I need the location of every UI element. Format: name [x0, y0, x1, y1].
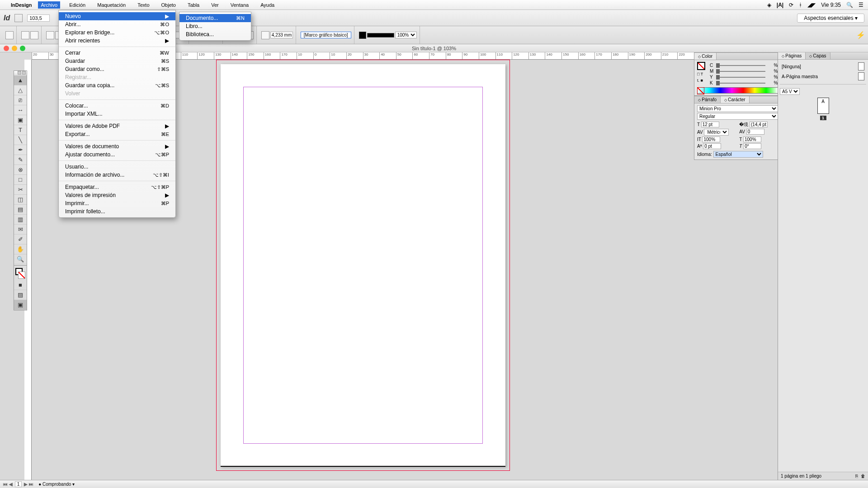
line-tool[interactable]: ╲ — [14, 135, 27, 145]
stroke-style-bar[interactable] — [367, 33, 394, 38]
leading-input[interactable] — [750, 122, 768, 127]
ref-point-icon[interactable] — [5, 31, 14, 39]
hscale-input[interactable] — [743, 136, 761, 142]
page[interactable] — [221, 64, 505, 466]
direct-selection-tool[interactable]: △ — [14, 85, 27, 95]
apply-color-button[interactable]: ■ — [14, 280, 27, 290]
corner-size-input[interactable] — [270, 32, 293, 38]
corner-icon[interactable] — [261, 31, 269, 39]
hand-tool[interactable]: ✋ — [14, 244, 27, 254]
menu-ayuda[interactable]: Ayuda — [258, 1, 277, 9]
menu-texto[interactable]: Texto — [135, 1, 152, 9]
free-transform-tool[interactable]: ◫ — [14, 195, 27, 205]
page-size-select[interactable]: A5 V — [780, 88, 800, 95]
menu-icon[interactable]: ☰ — [859, 2, 863, 8]
pct-select[interactable]: 100% — [395, 32, 417, 38]
file-menu-item[interactable]: Guardar una copia...⌥⌘S — [59, 81, 175, 89]
bridge-icon[interactable] — [14, 14, 23, 22]
font-size-input[interactable] — [701, 122, 719, 127]
screen-mode-button[interactable]: ▣ — [14, 300, 27, 310]
kerning-select[interactable]: Métrico — [704, 129, 729, 136]
pen-tool[interactable]: ✒ — [14, 145, 27, 155]
master-none[interactable]: [Ninguna] — [780, 61, 866, 71]
file-menu-item[interactable]: Ajustar documento...⌥⌘P — [59, 150, 175, 159]
menu-ver[interactable]: Ver — [208, 1, 222, 9]
master-a[interactable]: A-Página maestra — [780, 71, 866, 81]
gradient-swatch-tool[interactable]: ▤ — [14, 205, 27, 215]
page-nav[interactable]: ⏮◀ 1 ▶⏭ — [3, 482, 34, 487]
new-submenu-item[interactable]: Biblioteca... — [179, 30, 251, 38]
spotlight-icon[interactable]: 🔍 — [846, 2, 853, 8]
baseline-input[interactable] — [703, 143, 721, 149]
file-menu-item[interactable]: Valores de impresión▶ — [59, 191, 175, 199]
file-menu-item[interactable]: Imprimir folleto... — [59, 207, 175, 216]
apply-gradient-button[interactable]: ▨ — [14, 290, 27, 300]
new-page-button[interactable]: ⎘ — [855, 474, 858, 479]
minimize-window-button[interactable] — [12, 46, 17, 51]
eyedropper-tool[interactable]: ✐ — [14, 235, 27, 244]
zoom-window-button[interactable] — [20, 46, 25, 51]
rectangle-frame-tool[interactable]: ⊗ — [14, 165, 27, 175]
scissors-tool[interactable]: ✂ — [14, 185, 27, 195]
bluetooth-icon[interactable]: ᚼ — [799, 2, 802, 8]
tab-capas[interactable]: Capas — [806, 52, 830, 59]
file-menu-item[interactable]: Empaquetar...⌥⇧⌘P — [59, 183, 175, 191]
color-spectrum[interactable] — [697, 87, 778, 94]
file-menu-item[interactable]: Abrir recientes▶ — [59, 37, 175, 45]
adobe-icon[interactable]: |A| — [777, 2, 783, 8]
menu-tabla[interactable]: Tabla — [185, 1, 202, 9]
file-menu-item[interactable]: Valores de documento▶ — [59, 142, 175, 150]
sync-icon[interactable]: ⟳ — [789, 2, 793, 8]
file-menu-item[interactable]: Imprimir...⌘P — [59, 199, 175, 207]
file-menu-item[interactable]: Usuario... — [59, 163, 175, 171]
page-tool[interactable]: ⎚ — [14, 95, 27, 105]
gradient-feather-tool[interactable]: ▥ — [14, 215, 27, 225]
close-window-button[interactable] — [4, 46, 9, 51]
color-fill-swatch[interactable] — [697, 62, 705, 70]
new-submenu-item[interactable]: Documento...⌘N — [179, 14, 251, 22]
menu-edicion[interactable]: Edición — [66, 1, 88, 9]
new-submenu-item[interactable]: Libro... — [179, 22, 251, 30]
file-menu-item[interactable]: Información de archivo...⌥⇧⌘I — [59, 171, 175, 179]
file-menu-item[interactable]: Explorar en Bridge...⌥⌘O — [59, 28, 175, 37]
wifi-icon[interactable]: ◢◤ — [807, 2, 816, 8]
file-menu-item[interactable]: Cerrar⌘W — [59, 49, 175, 57]
app-name[interactable]: InDesign — [11, 2, 32, 8]
file-menu-item[interactable]: Nuevo▶ — [59, 12, 175, 20]
fill-swatch-2[interactable] — [359, 32, 366, 39]
menu-maquetacion[interactable]: Maquetación — [94, 1, 128, 9]
file-menu-item[interactable]: Abrir...⌘O — [59, 20, 175, 28]
note-tool[interactable]: ✉ — [14, 225, 27, 235]
color-slider[interactable] — [716, 83, 765, 84]
menu-objeto[interactable]: Objeto — [159, 1, 179, 9]
color-slider[interactable] — [716, 65, 765, 66]
language-select[interactable]: Español — [713, 151, 763, 158]
scale-icon[interactable] — [46, 31, 54, 39]
skew-input[interactable] — [743, 143, 761, 149]
fill-stroke-swatch[interactable] — [14, 267, 27, 280]
delete-page-button[interactable]: 🗑 — [861, 474, 865, 479]
file-menu-item[interactable]: Exportar...⌘E — [59, 130, 175, 138]
clock[interactable]: Vie 9:35 — [821, 2, 841, 8]
font-family-select[interactable]: Minion Pro — [697, 105, 778, 112]
tab-caracter[interactable]: Carácter — [721, 96, 750, 103]
gap-tool[interactable]: ↔ — [14, 105, 27, 115]
selection-tool[interactable]: ▲ — [14, 75, 27, 85]
tab-color[interactable]: Color — [694, 53, 717, 60]
page-thumbnail-1[interactable] — [817, 98, 829, 114]
type-tool[interactable]: T — [14, 125, 27, 135]
collapse-icon[interactable] — [18, 71, 21, 75]
tab-paginas[interactable]: Páginas — [778, 52, 806, 59]
menu-archivo[interactable]: Archivo — [38, 1, 60, 9]
tracking-input[interactable] — [746, 129, 764, 135]
file-menu-item[interactable]: Colocar...⌘D — [59, 102, 175, 110]
tab-parrafo[interactable]: Párrafo — [694, 96, 721, 103]
file-menu-item[interactable]: Valores de Adobe PDF▶ — [59, 122, 175, 130]
file-menu-item[interactable]: Guardar como...⇧⌘S — [59, 65, 175, 73]
rectangle-tool[interactable]: □ — [14, 175, 27, 185]
pencil-tool[interactable]: ✎ — [14, 155, 27, 165]
close-icon[interactable] — [22, 71, 26, 75]
file-menu-item[interactable]: Guardar⌘S — [59, 57, 175, 65]
vscale-input[interactable] — [702, 136, 720, 142]
shield-icon[interactable]: ◈ — [767, 2, 771, 8]
